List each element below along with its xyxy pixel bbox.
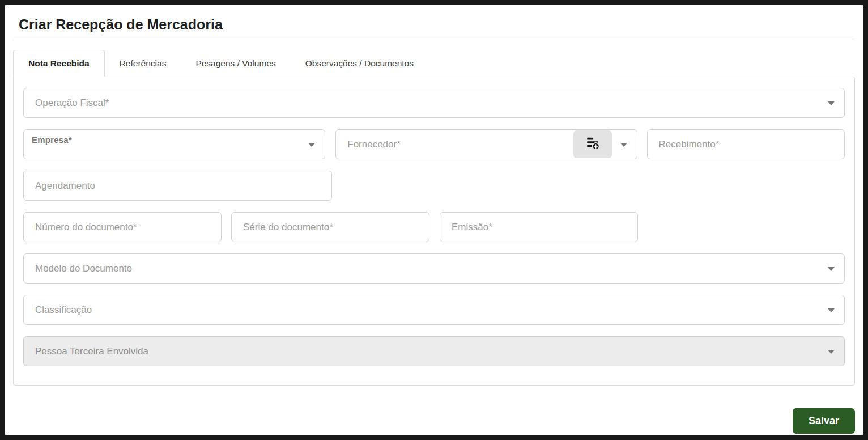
page-title: Criar Recepção de Mercadoria: [13, 5, 855, 40]
fornecedor-input[interactable]: [336, 130, 573, 159]
form-footer: Salvar: [13, 408, 855, 434]
operacao-fiscal-input[interactable]: [24, 88, 844, 117]
tab-pesagens-volumes[interactable]: Pesagens / Volumes: [181, 50, 290, 77]
numero-documento-input[interactable]: [24, 213, 221, 242]
tab-bar: Nota Recebida Referências Pesagens / Vol…: [13, 50, 855, 77]
modelo-documento-dropdown[interactable]: [23, 253, 845, 284]
agendamento-input[interactable]: [24, 171, 331, 200]
emissao-input[interactable]: [440, 213, 637, 242]
fornecedor-combobox[interactable]: [335, 129, 637, 159]
serie-documento-field[interactable]: [231, 212, 429, 242]
emissao-field[interactable]: [440, 212, 638, 242]
operacao-fiscal-dropdown[interactable]: [23, 88, 845, 118]
save-button[interactable]: Salvar: [793, 408, 855, 434]
app-window: Criar Recepção de Mercadoria Nota Recebi…: [5, 5, 863, 435]
pessoa-terceira-dropdown: [23, 336, 845, 366]
title-divider: [13, 40, 855, 40]
numero-documento-field[interactable]: [23, 212, 222, 242]
agendamento-field[interactable]: [23, 171, 332, 201]
list-add-icon: [585, 136, 600, 153]
serie-documento-input[interactable]: [232, 213, 429, 242]
modelo-documento-input[interactable]: [24, 254, 844, 283]
tab-referencias[interactable]: Referências: [105, 50, 181, 77]
empresa-label: Empresa*: [32, 135, 72, 145]
tab-nota-recebida[interactable]: Nota Recebida: [13, 50, 105, 77]
add-fornecedor-button[interactable]: [573, 130, 612, 158]
recebimento-field[interactable]: [647, 129, 845, 159]
recebimento-input[interactable]: [648, 130, 845, 159]
classificacao-dropdown[interactable]: [23, 295, 845, 325]
tab-observacoes-documentos[interactable]: Observações / Documentos: [291, 50, 428, 77]
empresa-dropdown[interactable]: Empresa*: [23, 129, 325, 159]
tab-panel-nota-recebida: Empresa*: [13, 77, 855, 386]
pessoa-terceira-input: [24, 337, 844, 366]
chevron-down-icon: [620, 143, 627, 147]
classificacao-input[interactable]: [24, 295, 844, 324]
